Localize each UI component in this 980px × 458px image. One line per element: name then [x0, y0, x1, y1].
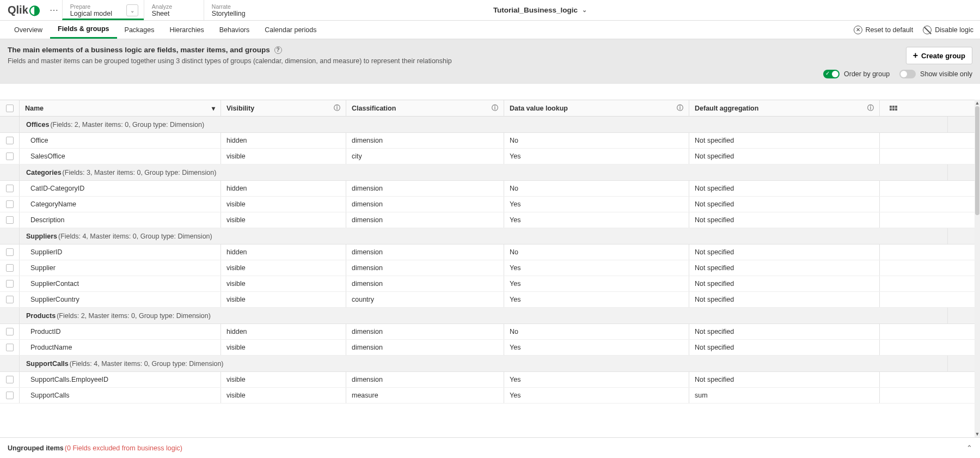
nav-narrate[interactable]: Narrate Storytelling	[204, 0, 264, 20]
app-title-text: Tutorial_Business_logic	[493, 6, 578, 14]
nav-prepare-value: Logical model	[70, 10, 122, 17]
show-visible-only-toggle[interactable]	[899, 70, 916, 78]
order-by-group-label: Order by group	[844, 70, 890, 78]
subtab-hierarchies[interactable]: Hierarchies	[162, 21, 211, 39]
subtab-fields-groups[interactable]: Fields & groups	[50, 21, 117, 39]
disable-icon	[923, 26, 932, 34]
order-by-group-toggle[interactable]: ✓	[823, 70, 840, 78]
check-icon: ✓	[825, 70, 830, 76]
reset-to-default-button[interactable]: ✕ Reset to default	[854, 26, 914, 34]
help-icon[interactable]: ?	[274, 46, 282, 54]
nav-analyze[interactable]: Analyze Sheet	[144, 0, 204, 20]
section-title: The main elements of a business logic ar…	[8, 46, 817, 54]
plus-icon: +	[913, 51, 918, 60]
reset-label: Reset to default	[866, 26, 914, 34]
section-header: The main elements of a business logic ar…	[0, 39, 980, 84]
subtab-overview[interactable]: Overview	[7, 21, 50, 39]
brand-text: Qlik	[8, 4, 28, 16]
nav-blocks: Prepare Logical model ⌄ Analyze Sheet Na…	[62, 0, 264, 20]
chevron-down-icon: ⌄	[582, 7, 587, 14]
nav-analyze-value: Sheet	[152, 10, 195, 17]
more-button[interactable]: ⋯	[46, 0, 62, 20]
subtab-behaviors[interactable]: Behaviors	[212, 21, 258, 39]
nav-prepare-label: Prepare	[70, 3, 122, 10]
create-group-button[interactable]: + Create group	[906, 47, 972, 64]
brand-q-icon: ◑	[29, 2, 40, 17]
nav-narrate-value: Storytelling	[212, 10, 255, 17]
nav-analyze-label: Analyze	[152, 3, 195, 10]
sub-tabs: OverviewFields & groupsPackagesHierarchi…	[7, 21, 324, 39]
subtab-calendar-periods[interactable]: Calendar periods	[257, 21, 324, 39]
app-title-dropdown[interactable]: Tutorial_Business_logic ⌄	[493, 6, 587, 14]
create-group-label: Create group	[921, 52, 965, 60]
reset-icon: ✕	[854, 26, 862, 34]
nav-narrate-label: Narrate	[212, 3, 255, 10]
show-visible-only-label: Show visible only	[920, 70, 972, 78]
section-description: Fields and master items can be grouped t…	[8, 57, 817, 65]
disable-label: Disable logic	[935, 26, 973, 34]
nav-prepare-dropdown[interactable]: ⌄	[126, 4, 138, 16]
nav-prepare[interactable]: Prepare Logical model ⌄	[62, 0, 144, 20]
sub-nav: OverviewFields & groupsPackagesHierarchi…	[0, 21, 980, 39]
top-bar: Qlik◑ ⋯ Prepare Logical model ⌄ Analyze …	[0, 0, 980, 21]
section-title-text: The main elements of a business logic ar…	[8, 46, 270, 54]
brand-logo: Qlik◑	[0, 0, 46, 20]
disable-logic-button[interactable]: Disable logic	[923, 26, 973, 34]
subtab-packages[interactable]: Packages	[117, 21, 162, 39]
